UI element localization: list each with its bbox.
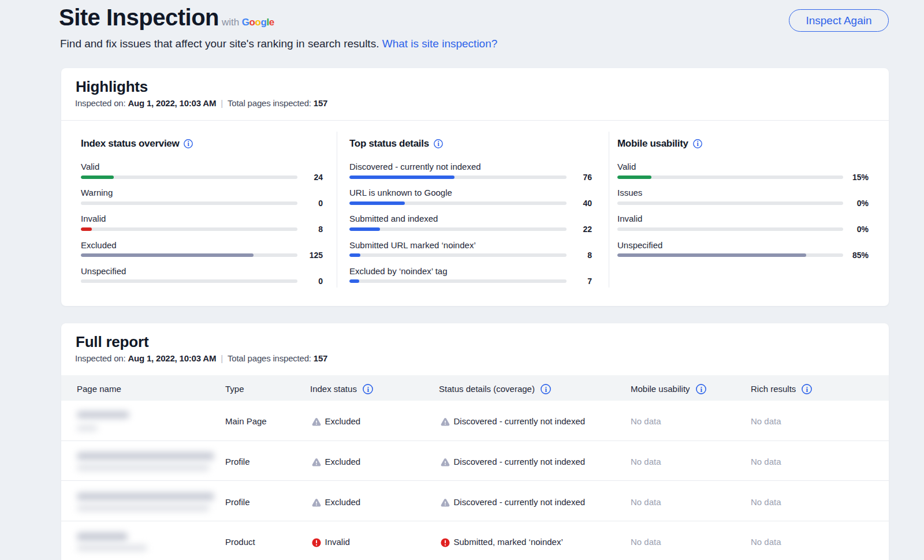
svg-text:i: i [806, 384, 808, 393]
svg-text:i: i [367, 384, 369, 393]
svg-text:i: i [545, 384, 547, 393]
svg-text:i: i [437, 140, 439, 147]
svg-text:i: i [696, 140, 699, 147]
svg-text:i: i [188, 140, 190, 147]
svg-text:i: i [700, 384, 702, 393]
